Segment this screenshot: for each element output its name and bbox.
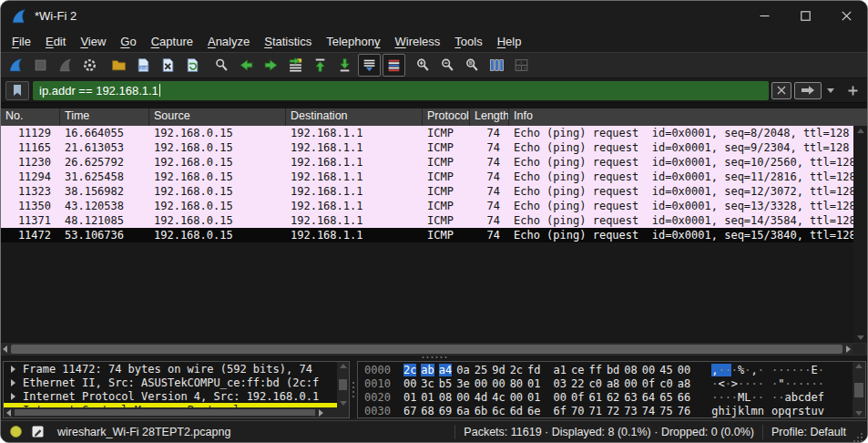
layout-columns-icon[interactable]: 123: [510, 54, 533, 77]
details-hscrollbar[interactable]: [4, 407, 349, 417]
cell-destination: 192.168.1.1: [286, 228, 423, 242]
cell-protocol: ICMP: [423, 228, 470, 242]
packet-row[interactable]: 1147253.106736192.168.0.15192.168.1.1ICM…: [1, 228, 853, 242]
column-header-time[interactable]: Time: [60, 108, 149, 126]
column-header-info[interactable]: Info: [509, 108, 867, 126]
cell-info: Echo (ping) request id=0x0001, seq=10/25…: [509, 155, 853, 170]
maximize-button[interactable]: [785, 1, 826, 31]
reload-file-icon[interactable]: [181, 54, 204, 77]
cell-info: Echo (ping) request id=0x0001, seq=9/230…: [509, 140, 853, 155]
cell-time: 38.156982: [60, 184, 149, 199]
packet-row[interactable]: 1129431.625458192.168.0.15192.168.1.1ICM…: [1, 170, 853, 184]
detail-row[interactable]: Ethernet II, Src: ASUSTekCOMPU_ce:ff:bd …: [4, 376, 337, 389]
filter-dropdown-caret[interactable]: [827, 88, 834, 93]
packet-row[interactable]: 1123026.625792192.168.0.15192.168.1.1ICM…: [1, 155, 853, 170]
start-capture-icon[interactable]: [5, 54, 27, 77]
packet-row[interactable]: 1137148.121085192.168.0.15192.168.1.1ICM…: [1, 213, 853, 228]
pane-splitter-handle[interactable]: [422, 356, 446, 358]
open-file-icon[interactable]: [107, 54, 130, 77]
cell-no: 11165: [1, 140, 60, 155]
packet-list-hscrollbar[interactable]: [1, 343, 867, 355]
go-to-packet-icon[interactable]: [284, 54, 307, 77]
stop-capture-icon[interactable]: [29, 54, 52, 77]
profile-label[interactable]: Profile: Default: [771, 426, 846, 438]
packet-row[interactable]: 1112916.664055192.168.0.15192.168.1.1ICM…: [1, 126, 853, 140]
menu-statistics[interactable]: Statistics: [257, 33, 319, 50]
save-file-icon[interactable]: 010: [132, 54, 155, 77]
clear-filter-button[interactable]: [771, 82, 791, 99]
packet-list-vscrollbar[interactable]: [853, 126, 867, 343]
title-bar: *Wi-Fi 2: [1, 1, 867, 31]
expand-arrow-icon[interactable]: [11, 366, 15, 373]
column-header-source[interactable]: Source: [149, 108, 286, 126]
details-vscrollbar[interactable]: [337, 362, 349, 407]
cell-source: 192.168.0.15: [149, 140, 286, 155]
hex-row[interactable]: 00306768696a6b6c6d6e6f70717273747576ghij…: [364, 405, 853, 417]
expert-info-icon[interactable]: [10, 426, 22, 438]
hex-row[interactable]: 0020010108004d4c0001000f616263646566····…: [364, 391, 853, 405]
close-button[interactable]: [826, 1, 867, 31]
menu-help[interactable]: Help: [490, 33, 529, 50]
capture-filename[interactable]: wireshark_Wi-Fi 28TEPT2.pcapng: [57, 426, 230, 438]
menu-view[interactable]: View: [73, 33, 113, 50]
hscroll-thumb[interactable]: [11, 345, 842, 354]
cell-length: 74: [470, 170, 509, 184]
add-filter-button[interactable]: [847, 85, 859, 97]
column-header-destination[interactable]: Destination: [286, 108, 423, 126]
apply-filter-button[interactable]: [794, 82, 822, 99]
packet-row[interactable]: 1135043.120538192.168.0.15192.168.1.1ICM…: [1, 199, 853, 213]
go-back-icon[interactable]: [235, 54, 258, 77]
menu-capture[interactable]: Capture: [144, 33, 200, 50]
capture-options-icon[interactable]: [78, 54, 101, 77]
cell-no: 11129: [1, 126, 60, 140]
cell-length: 74: [470, 184, 509, 199]
expand-arrow-icon[interactable]: [11, 379, 15, 386]
cell-destination: 192.168.1.1: [286, 213, 423, 228]
menu-wireless[interactable]: Wireless: [388, 33, 448, 50]
menu-edit[interactable]: Edit: [38, 33, 73, 50]
column-header-protocol[interactable]: Protocol: [423, 108, 470, 126]
cell-length: 74: [470, 126, 509, 140]
go-to-first-icon[interactable]: [309, 54, 332, 77]
menu-go[interactable]: Go: [113, 33, 143, 50]
cell-destination: 192.168.1.1: [286, 126, 423, 140]
main-toolbar: 010 123: [1, 52, 867, 78]
menu-telephony[interactable]: Telephony: [319, 33, 387, 50]
scrollbar-corner: [853, 344, 865, 355]
detail-row[interactable]: Frame 11472: 74 bytes on wire (592 bits)…: [4, 362, 337, 376]
resize-grip[interactable]: [853, 432, 863, 442]
cell-no: 11472: [1, 228, 60, 242]
filter-bookmark-button[interactable]: [5, 81, 29, 100]
column-header-no[interactable]: No.: [1, 108, 60, 126]
packet-row[interactable]: 1132338.156982192.168.0.15192.168.1.1ICM…: [1, 184, 853, 199]
menu-analyze[interactable]: Analyze: [200, 33, 257, 50]
expand-arrow-icon[interactable]: [11, 393, 15, 400]
detail-row[interactable]: Internet Protocol Version 4, Src: 192.16…: [4, 389, 337, 403]
hex-row[interactable]: 00002caba40a259d2cfda1ceffbd08004500,···…: [364, 364, 853, 377]
close-file-icon[interactable]: [157, 54, 179, 77]
find-packet-icon[interactable]: [210, 54, 233, 77]
go-to-last-icon[interactable]: [333, 54, 356, 77]
display-filter-input[interactable]: ip.addr == 192.168.1.1: [33, 81, 769, 100]
cell-info: Echo (ping) request id=0x0001, seq=8/204…: [509, 126, 853, 140]
hex-row[interactable]: 0010003cb53e000080010322c0a8000fc0a8·<·>…: [364, 377, 853, 391]
column-header-length[interactable]: Length: [470, 108, 509, 126]
auto-scroll-icon[interactable]: [358, 54, 381, 77]
zoom-normal-icon[interactable]: [461, 54, 484, 77]
menu-file[interactable]: File: [5, 33, 38, 50]
capture-comment-icon[interactable]: [31, 425, 45, 438]
zoom-out-icon[interactable]: [436, 54, 459, 77]
menu-tools[interactable]: Tools: [447, 33, 489, 50]
restart-capture-icon[interactable]: [54, 54, 77, 77]
hex-vscrollbar[interactable]: [853, 362, 865, 417]
zoom-in-icon[interactable]: [412, 54, 434, 77]
details-hex-splitter[interactable]: [350, 361, 357, 418]
go-forward-icon[interactable]: [260, 54, 282, 77]
resize-columns-icon[interactable]: [485, 54, 508, 77]
cell-time: 43.120538: [60, 199, 149, 213]
minimize-button[interactable]: [744, 1, 785, 31]
packet-list: 1112916.664055192.168.0.15192.168.1.1ICM…: [1, 126, 867, 343]
packet-row[interactable]: 1116521.613053192.168.0.15192.168.1.1ICM…: [1, 140, 853, 155]
cell-destination: 192.168.1.1: [286, 170, 423, 184]
colorize-packets-icon[interactable]: [383, 54, 405, 77]
